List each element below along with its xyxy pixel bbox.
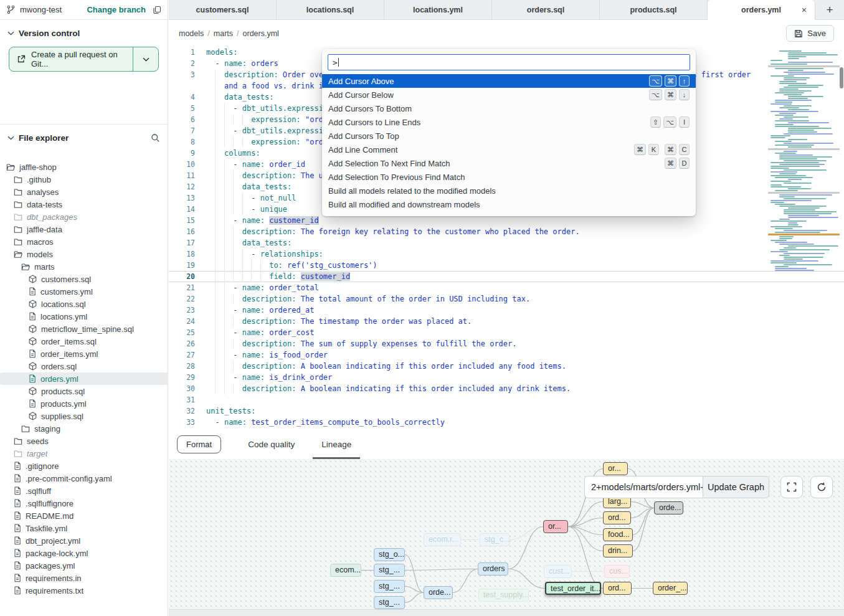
- code-line-30[interactable]: 30 description: A boolean indicating if …: [169, 383, 844, 394]
- file-tree-item-requirements-txt[interactable]: requirements.txt: [0, 584, 168, 597]
- lineage-node-stg_o[interactable]: stg_o...: [374, 548, 405, 561]
- code-line-24[interactable]: 24 description: The timestamp the order …: [169, 316, 844, 327]
- file-tree-item-products-yml[interactable]: products.yml: [0, 397, 168, 410]
- file-explorer-header[interactable]: File explorer: [0, 124, 168, 148]
- palette-item-add-cursors-to-line-ends[interactable]: Add Cursors to Line Ends⇧⌥I: [322, 115, 696, 129]
- file-tree-item-customers-sql[interactable]: customers.sql: [0, 273, 168, 285]
- save-button[interactable]: Save: [786, 25, 834, 42]
- file-tree-item-locations-yml[interactable]: locations.yml: [0, 310, 168, 323]
- editor-scrollbar[interactable]: [840, 67, 843, 88]
- lineage-node-stg3[interactable]: stg_...: [374, 596, 405, 609]
- file-tree-item--sqlfluff[interactable]: .sqlfluff: [0, 485, 168, 497]
- file-tree-item-data-tests[interactable]: data-tests: [0, 198, 168, 211]
- code-line-16[interactable]: 16 description: The foreign key relating…: [169, 226, 844, 237]
- file-tree-item-dbt-project-yml[interactable]: dbt_project.yml: [0, 534, 168, 547]
- palette-item-add-line-comment[interactable]: Add Line Comment⌘K⌘C: [322, 143, 696, 156]
- search-icon[interactable]: [151, 133, 160, 143]
- code-line-15[interactable]: 15 - name: customer_id: [169, 215, 844, 226]
- lineage-node-order4[interactable]: order_...: [653, 582, 688, 595]
- code-line-32[interactable]: 32unit_tests:: [169, 405, 844, 417]
- lineage-node-cus_f[interactable]: cus...: [604, 565, 630, 578]
- code-line-27[interactable]: 27 - name: is_food_order: [169, 349, 844, 361]
- file-tree-item-orders-sql[interactable]: orders.sql: [0, 360, 168, 372]
- lineage-node-food[interactable]: food...: [603, 528, 633, 541]
- code-editor[interactable]: 1models:2 - name: orders3 description: O…: [169, 47, 844, 430]
- tab-customers-sql[interactable]: customers.sql: [169, 0, 277, 19]
- lineage-node-or1[interactable]: or...: [603, 462, 628, 475]
- code-line-17[interactable]: 17 data_tests:: [169, 237, 844, 249]
- format-button[interactable]: Format: [177, 435, 221, 453]
- file-tree-item-order-items-sql[interactable]: order_items.sql: [0, 335, 168, 348]
- new-tab-button[interactable]: +: [826, 4, 833, 16]
- lineage-node-orde_b[interactable]: orde...: [424, 586, 453, 599]
- file-tree-item-locations-sql[interactable]: locations.sql: [0, 298, 168, 310]
- file-tree-item-macros[interactable]: macros: [0, 235, 168, 248]
- lineage-node-stg2[interactable]: stg_...: [374, 580, 405, 593]
- file-tree-item-target[interactable]: target: [0, 447, 168, 460]
- tab-orders-sql[interactable]: orders.sql: [492, 0, 600, 19]
- lineage-node-stg_c_f[interactable]: stg_c...: [480, 533, 510, 546]
- file-tree-item-seeds[interactable]: seeds: [0, 435, 168, 447]
- file-tree-item-orders-yml[interactable]: orders.yml: [0, 372, 168, 385]
- palette-item-add-selection-to-next-find-match[interactable]: Add Selection To Next Find Match⌘D: [322, 156, 696, 170]
- code-line-25[interactable]: 25 - name: order_cost: [169, 327, 844, 338]
- file-tree-item-metricflow-time-spine-sql[interactable]: metricflow_time_spine.sql: [0, 323, 168, 335]
- lineage-node-stg1[interactable]: stg_...: [374, 564, 405, 577]
- palette-item-add-cursor-above[interactable]: Add Cursor Above⌥⌘↑: [322, 74, 696, 88]
- code-line-18[interactable]: 18 - relationships:: [169, 249, 844, 260]
- code-line-26[interactable]: 26 description: The sum of supply expens…: [169, 338, 844, 349]
- code-line-23[interactable]: 23 - name: ordered_at: [169, 305, 844, 316]
- code-line-19[interactable]: 19 to: ref('stg_customers'): [169, 260, 844, 271]
- palette-item-add-cursor-below[interactable]: Add Cursor Below⌥⌘↓: [322, 88, 696, 102]
- copy-branch-icon[interactable]: [153, 6, 161, 14]
- code-line-20[interactable]: 20 field: customer_id: [169, 271, 844, 282]
- lineage-node-orders[interactable]: orders: [478, 562, 508, 576]
- minimap[interactable]: [768, 50, 840, 327]
- tab-orders-yml[interactable]: orders.yml×: [708, 0, 815, 19]
- lineage-canvas[interactable]: ecom....stg_o...stg_...stg_...stg_...ord…: [169, 459, 844, 616]
- file-tree-item-models[interactable]: models: [0, 248, 168, 260]
- code-line-33[interactable]: 33 - name: test_order_items_compute_to_b…: [169, 417, 844, 428]
- lineage-hscrollbar[interactable]: [169, 609, 844, 616]
- tab-locations-sql[interactable]: locations.sql: [277, 0, 384, 19]
- breadcrumb-marts[interactable]: marts: [214, 29, 233, 38]
- file-tree-item-readme-md[interactable]: README.md: [0, 509, 168, 522]
- file-tree-item--gitignore[interactable]: .gitignore: [0, 460, 168, 472]
- file-tree-item-jaffle-shop[interactable]: jaffle-shop: [0, 161, 168, 173]
- create-pr-button-main[interactable]: Create a pull request on Git...: [9, 47, 133, 71]
- code-line-29[interactable]: 29 - name: is_drink_order: [169, 372, 844, 383]
- code-line-22[interactable]: 22 description: The total amount of the …: [169, 293, 844, 305]
- palette-item-add-cursors-to-bottom[interactable]: Add Cursors To Bottom: [322, 102, 696, 115]
- file-tree-item-supplies-sql[interactable]: supplies.sql: [0, 410, 168, 422]
- lineage-node-drin[interactable]: drin...: [603, 544, 633, 557]
- lineage-node-cust_f[interactable]: cust...: [544, 565, 572, 578]
- palette-item-add-selection-to-previous-find-match[interactable]: Add Selection To Previous Find Match: [322, 170, 696, 184]
- lineage-node-ecom[interactable]: ecom....: [330, 564, 361, 577]
- code-line-31[interactable]: 31: [169, 394, 844, 405]
- lineage-node-or_pink[interactable]: or...: [543, 520, 568, 533]
- lineage-node-ord3[interactable]: ord...: [603, 582, 632, 595]
- file-tree-item-packages-yml[interactable]: packages.yml: [0, 559, 168, 572]
- palette-item-build-all-modified-and-downstream-models[interactable]: Build all modified and downstream models: [322, 197, 696, 211]
- lineage-node-test_supply_f[interactable]: test_supply...: [478, 589, 529, 602]
- code-line-21[interactable]: 21 - name: order_total: [169, 282, 844, 293]
- file-tree-item-analyses[interactable]: analyses: [0, 186, 168, 198]
- lineage-selector-input[interactable]: 2+models/marts/orders.yml+: [584, 476, 703, 498]
- lineage-node-ecom_f[interactable]: ecom.r...: [424, 533, 461, 546]
- code-line-28[interactable]: 28 description: A boolean indicating if …: [169, 361, 844, 372]
- file-tree-item-package-lock-yml[interactable]: package-lock.yml: [0, 547, 168, 559]
- tab-locations-yml[interactable]: locations.yml: [384, 0, 492, 19]
- lineage-node-orde_gray[interactable]: orde...: [654, 501, 683, 514]
- bottom-tab-code-quality[interactable]: Code quality: [248, 430, 295, 459]
- version-control-header[interactable]: Version control: [0, 20, 168, 43]
- tab-products-sql[interactable]: products.sql: [600, 0, 708, 19]
- breadcrumb-models[interactable]: models: [179, 29, 204, 38]
- fullscreen-button[interactable]: [780, 476, 803, 498]
- file-tree-item-customers-yml[interactable]: customers.yml: [0, 285, 168, 298]
- update-graph-button[interactable]: Update Graph: [703, 476, 769, 498]
- bottom-tab-lineage[interactable]: Lineage: [321, 430, 351, 459]
- lineage-node-test_order[interactable]: test_order_it...: [545, 582, 601, 595]
- change-branch-link[interactable]: Change branch: [87, 5, 146, 14]
- file-tree-item-requirements-in[interactable]: requirements.in: [0, 572, 168, 584]
- palette-item-build-all-models-related-to-the-modified-models[interactable]: Build all models related to the modified…: [322, 184, 696, 197]
